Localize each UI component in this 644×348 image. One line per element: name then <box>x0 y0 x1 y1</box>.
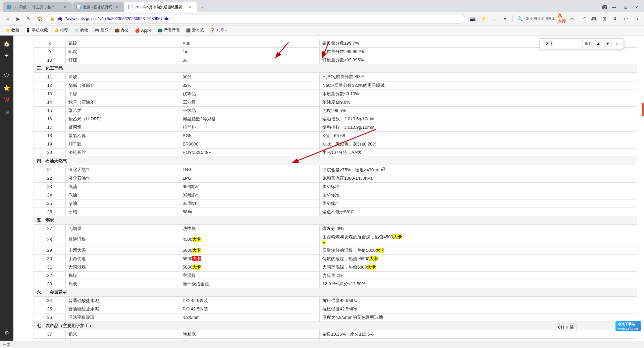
restore-button[interactable]: ⧉ <box>621 3 630 12</box>
row-num: 36 <box>34 313 66 322</box>
row-num: 33 <box>34 280 66 288</box>
product-spec: 58## <box>180 208 320 216</box>
sidebar-settings-icon[interactable]: ⚙ <box>1 327 12 338</box>
tab-1[interactable]: 🌐 360导航_一个主页，整个世界 × <box>3 2 72 12</box>
product-standard: 块状、乳白色、灰分≤0.20% <box>320 140 637 148</box>
table-row: 22 液化石油气 LPG 饱和蒸汽压1380-1430kPa <box>34 174 637 182</box>
section-title: 六、非金属建材 <box>34 288 637 296</box>
watermark-url: www.xz7.com <box>618 327 638 330</box>
product-name: 山西优混 <box>65 254 180 263</box>
product-standard: 熔融指数：2.0±0.5g/10min <box>320 115 637 123</box>
minimize-button[interactable]: — <box>609 3 619 12</box>
download-icon[interactable]: ⬇ <box>610 14 620 23</box>
bookmark-iqiyi[interactable]: 🎬 爱奇艺 <box>183 27 207 34</box>
tab-close-2[interactable]: × <box>114 4 120 10</box>
search-icon[interactable]: 🔍 <box>515 14 525 23</box>
undo-icon[interactable]: ↩ <box>621 14 631 23</box>
lightning-icon[interactable]: ⚡ <box>479 14 488 23</box>
window-controls: 3 — ⧉ ✕ <box>602 3 641 12</box>
page-content[interactable]: 9/12 ▲ ▼ × 8 铝锭 A00 铝质量分数≥99.7% <box>13 36 644 341</box>
row-num: 25 <box>34 199 66 208</box>
product-standard: H2SO4质量分数≥98% <box>320 73 637 81</box>
chevron-down-icon[interactable]: ▾ <box>500 14 509 23</box>
find-next-button[interactable]: ▼ <box>604 40 611 47</box>
sidebar-mail-icon[interactable]: ✉ <box>1 107 12 117</box>
content-area: 🏠 + 🛡 ⭐ W ✉ ⚙ 9/12 ▲ ▼ × <box>0 36 644 341</box>
sidebar-add-icon[interactable]: + <box>1 50 12 61</box>
product-name: 甲醇 <box>65 90 180 98</box>
cut-icon[interactable]: ✂ <box>568 14 577 23</box>
row-num: 16 <box>34 115 66 123</box>
table-row: 21 液化天然气 LNG 甲烷含量≥75%，密度≥430kg/m3 <box>34 165 637 174</box>
product-standard: 国VI标准 <box>320 191 637 199</box>
tab-2[interactable]: 📊 数据 - 国家统计局 × <box>72 2 124 12</box>
address-bar[interactable]: 🔒 http://www.stats.gov.cn/sj/zxfb/202305… <box>46 14 465 23</box>
address-text: http://www.stats.gov.cn/sj/zxfb/202305/t… <box>57 16 461 21</box>
tab-3[interactable]: 📄 2023年5月中旬流通领域重要... × <box>124 2 197 12</box>
browser-frame: 🌐 360导航_一个主页，整个世界 × 📊 数据 - 国家统计局 × 📄 202… <box>0 0 644 348</box>
bookmark-entertainment[interactable]: 🎮 娱乐 <box>92 27 111 34</box>
table-row: 17 聚丙烯 拉丝料 熔融指数：3.0±0.9g/10min <box>34 123 637 131</box>
bookmark-zhihu[interactable]: ❓ 知乎 - <box>207 27 229 34</box>
grid-icon[interactable]: ⊞ <box>600 14 609 23</box>
row-num: 31 <box>34 263 66 271</box>
bookmark-bilibili[interactable]: 📺 哔哩哔哩 <box>155 27 182 34</box>
product-spec: LPG <box>180 174 320 182</box>
tab-favicon-3: 📄 <box>128 5 133 9</box>
screenshot-icon[interactable]: 📷 <box>468 14 477 23</box>
highlight-daka-29: 大卡 <box>192 248 201 253</box>
find-prev-button[interactable]: ▲ <box>595 40 602 47</box>
hot-icon[interactable]: 🔥 热搜 <box>557 14 566 23</box>
table-row: 36 浮法平板玻璃 4.8/5mm 厚度为4.8/5mm的无色透明玻璃 <box>34 313 637 322</box>
back-button[interactable]: ◀ <box>3 14 12 23</box>
product-standard: 国VI标准 <box>320 199 637 208</box>
product-name: 烧碱（液碱） <box>65 81 180 90</box>
bookmark-mobile[interactable]: 📱 手机收藏 <box>23 27 50 34</box>
game-icon[interactable]: 🎮 <box>589 14 598 23</box>
highlight-daka-28-std: 大卡 <box>393 234 402 239</box>
product-name: 汽油 <box>65 182 180 191</box>
forward-button[interactable]: ▶ <box>13 14 23 23</box>
bookmark-recommend[interactable]: 👍 推荐 <box>51 27 71 34</box>
menu-icon[interactable]: ··· <box>489 14 499 23</box>
redo-icon[interactable]: ↪ <box>632 14 641 23</box>
sidebar-weibo-icon[interactable]: W <box>1 95 12 105</box>
product-name: 普通混煤 <box>65 233 180 246</box>
section-header-coal: 五、煤炭 <box>34 216 637 224</box>
bookmark-work[interactable]: 💼 办公 <box>112 27 131 34</box>
product-standard: 锌质量分数≥99.995% <box>320 56 637 64</box>
section-title: 七、农产品（主要用于加工） <box>34 322 637 330</box>
product-name: 稻米 <box>65 330 180 338</box>
sidebar-shield-icon[interactable]: 🛡 <box>1 70 12 81</box>
table-row: 27 无烟煤 洗中块 煤发分≤8% <box>34 224 637 233</box>
ch-button[interactable]: CH ☆ 简 <box>555 324 577 331</box>
toolbar: ◀ ▶ ↻ 🏠 🔒 http://www.stats.gov.cn/sj/zxf… <box>0 12 644 25</box>
home-button[interactable]: 🏠 <box>35 14 44 23</box>
bookmark-apple[interactable]: 🍎 Apple <box>132 27 154 34</box>
bookmark-collections[interactable]: ⭐ 收藏 <box>3 27 22 34</box>
product-standard: 质量较好的混煤，热值5000大卡 <box>320 246 637 254</box>
window-number: 3 <box>602 5 607 9</box>
close-button[interactable]: ✕ <box>632 3 641 12</box>
find-input[interactable] <box>543 40 583 47</box>
product-spec: 32% <box>180 81 320 90</box>
table-row: 18 聚氯乙烯 SG5 K值：66-68 <box>34 131 637 140</box>
product-name: 聚乙烯（LLDPE） <box>65 115 180 123</box>
watermark: 极光下载站 www.xz7.com <box>615 321 641 331</box>
watermark-text: 极光下载站 <box>618 322 635 326</box>
product-spec: 主流煤 <box>180 271 320 280</box>
tab-close-1[interactable]: × <box>62 4 68 10</box>
find-close-button[interactable]: × <box>613 40 621 47</box>
new-tab-button[interactable]: + <box>198 3 207 12</box>
sidebar-home-icon[interactable]: 🏠 <box>1 38 12 49</box>
bookmark-shop[interactable]: 🛒 购物 <box>71 27 91 34</box>
reload-button[interactable]: ↻ <box>24 14 34 23</box>
product-name: 浮法平板玻璃 <box>65 313 180 322</box>
tab-close-3[interactable]: × <box>187 4 193 10</box>
product-name: 小麦 <box>65 338 180 341</box>
table-row: 23 汽油 95#国VI 国VI标准 <box>34 182 637 191</box>
table-row: 26 石蜡 58## 熔点不低于58°C <box>34 208 637 216</box>
bookmark-icon[interactable]: 📑 <box>578 14 588 23</box>
product-name: 山西大混 <box>65 246 180 254</box>
sidebar-star-icon[interactable]: ⭐ <box>1 82 12 93</box>
